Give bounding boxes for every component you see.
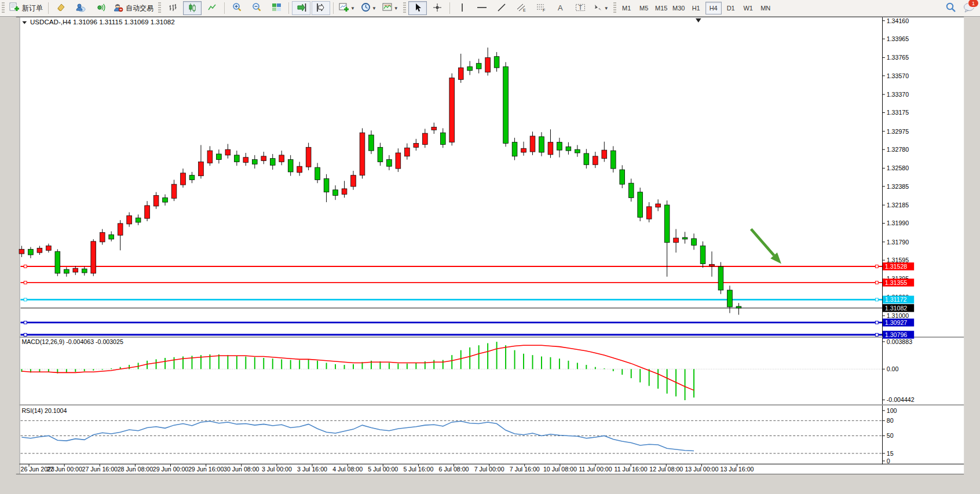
line-chart-button[interactable] (203, 1, 221, 15)
chart-window[interactable]: USDCAD-,H4 1.31096 1.31115 1.31069 1.310… (0, 16, 980, 494)
equidistant-channel-icon: E (516, 3, 526, 14)
search-icon[interactable] (945, 2, 957, 14)
timeframe-button-H4[interactable]: H4 (705, 2, 722, 14)
timeframe-button-M5[interactable]: M5 (636, 2, 652, 14)
eraser-button[interactable] (52, 1, 70, 15)
bar-chart-icon (168, 3, 177, 14)
arrows-tool-button[interactable]: ▼ (591, 1, 611, 15)
timeframe-button-H1[interactable]: H1 (688, 2, 704, 14)
line-handle[interactable] (24, 321, 27, 324)
toolbar-grip[interactable] (2, 2, 5, 14)
svg-text:3 Jul 16:00: 3 Jul 16:00 (297, 466, 327, 473)
clock-icon (361, 2, 371, 14)
signal-button[interactable] (91, 1, 109, 15)
vertical-line-tool-button[interactable] (453, 1, 471, 15)
chevron-down-icon: ▼ (604, 6, 609, 11)
price-tag: 1.30796 (885, 331, 907, 338)
fibonacci-tool-button[interactable]: F (532, 1, 550, 15)
line-handle[interactable] (875, 281, 878, 284)
macd-pane-divider[interactable] (20, 336, 964, 338)
notifications-button[interactable]: 1 (963, 2, 975, 14)
svg-text:10 Jul 08:00: 10 Jul 08:00 (543, 466, 577, 473)
svg-text:F: F (543, 8, 545, 12)
bar-chart-button[interactable] (163, 1, 182, 15)
svg-text:T: T (579, 5, 582, 11)
svg-text:1.33570: 1.33570 (887, 72, 909, 79)
candlestick-chart-button[interactable] (183, 1, 202, 15)
tile-windows-button[interactable] (267, 1, 286, 15)
auto-trading-button[interactable]: 自动交易 (111, 1, 156, 15)
new-order-label: 新订单 (22, 3, 43, 13)
svg-text:5 Jul 00:00: 5 Jul 00:00 (368, 466, 398, 473)
svg-text:27 Jun 00:00: 27 Jun 00:00 (46, 466, 82, 473)
date-axis[interactable]: 26 Jun 202327 Jun 00:0027 Jun 16:0028 Ju… (21, 464, 754, 473)
svg-text:1.33175: 1.33175 (887, 109, 909, 116)
svg-text:1.32975: 1.32975 (887, 128, 909, 135)
svg-text:6 Jul 08:00: 6 Jul 08:00 (439, 466, 469, 473)
templates-button[interactable]: ▼ (380, 1, 401, 15)
text-label-icon: T (575, 3, 586, 14)
publisher-button[interactable] (71, 1, 90, 15)
zoom-in-button[interactable] (228, 1, 246, 15)
svg-text:13 Jul 16:00: 13 Jul 16:00 (721, 466, 754, 473)
svg-text:1.33965: 1.33965 (887, 35, 909, 42)
svg-text:1.33765: 1.33765 (887, 54, 909, 61)
chevron-down-icon: ▼ (350, 6, 355, 11)
svg-text:11 Jul 16:00: 11 Jul 16:00 (615, 466, 648, 473)
svg-text:12 Jul 08:00: 12 Jul 08:00 (649, 466, 683, 473)
svg-text:28 Jun 08:00: 28 Jun 08:00 (118, 466, 153, 473)
vertical-line-icon (459, 3, 466, 14)
timeframe-button-M15[interactable]: M15 (653, 2, 670, 14)
svg-text:1.33370: 1.33370 (887, 91, 909, 98)
svg-text:E: E (523, 8, 526, 12)
person-cloud-icon (75, 2, 86, 14)
new-order-icon (9, 2, 20, 14)
trendline-tool-button[interactable] (492, 1, 511, 15)
crosshair-button[interactable] (428, 1, 447, 15)
timeframe-button-W1[interactable]: W1 (740, 2, 756, 14)
chart-shift-icon (316, 3, 326, 14)
svg-text:27 Jun 16:00: 27 Jun 16:00 (82, 466, 118, 473)
svg-text:13 Jul 00:00: 13 Jul 00:00 (685, 466, 718, 473)
price-tag: 1.30927 (885, 319, 907, 326)
equidistant-channel-tool-button[interactable]: E (512, 1, 531, 15)
auto-scroll-icon (297, 3, 306, 14)
zoom-out-button[interactable] (247, 1, 266, 15)
template-icon (382, 2, 393, 14)
line-handle[interactable] (875, 334, 878, 336)
line-handle[interactable] (875, 321, 878, 324)
timeframe-button-D1[interactable]: D1 (723, 2, 739, 14)
toolbar: 新订单 自动交易 (0, 0, 980, 17)
svg-text:15: 15 (887, 450, 894, 457)
line-handle[interactable] (875, 298, 878, 301)
horizontal-line-tool-button[interactable] (473, 1, 491, 15)
text-label-tool-button[interactable]: T (571, 1, 590, 15)
price-tag: 1.31082 (885, 305, 907, 312)
auto-scroll-button[interactable] (292, 1, 310, 15)
price-tag: 1.31172 (885, 296, 907, 303)
auto-trading-label: 自动交易 (126, 3, 153, 13)
cursor-button[interactable] (408, 1, 427, 15)
line-handle[interactable] (875, 265, 878, 268)
chart-shift-button[interactable] (312, 1, 330, 15)
svg-text:1.32580: 1.32580 (887, 164, 909, 171)
timeframe-button-M30[interactable]: M30 (671, 2, 687, 14)
horizontal-line-icon (477, 3, 487, 13)
timeframe-button-MN[interactable]: MN (758, 2, 774, 14)
line-handle[interactable] (24, 298, 27, 301)
text-tool-button[interactable]: A (551, 1, 570, 15)
new-order-button[interactable]: 新订单 (7, 1, 45, 15)
indicators-button[interactable]: ▼ (337, 1, 357, 15)
signal-icon (96, 2, 105, 14)
timeframe-button-M1[interactable]: M1 (619, 2, 635, 14)
svg-text:11 Jul 00:00: 11 Jul 00:00 (579, 466, 612, 473)
line-handle[interactable] (24, 281, 27, 284)
svg-text:0.003883: 0.003883 (887, 338, 912, 345)
arrows-icon (593, 3, 603, 14)
periods-button[interactable]: ▼ (359, 1, 379, 15)
line-handle[interactable] (24, 334, 27, 336)
crosshair-icon (433, 3, 442, 14)
rsi-pane-divider[interactable] (20, 404, 964, 405)
svg-text:1.31790: 1.31790 (887, 239, 909, 246)
line-handle[interactable] (24, 265, 27, 268)
